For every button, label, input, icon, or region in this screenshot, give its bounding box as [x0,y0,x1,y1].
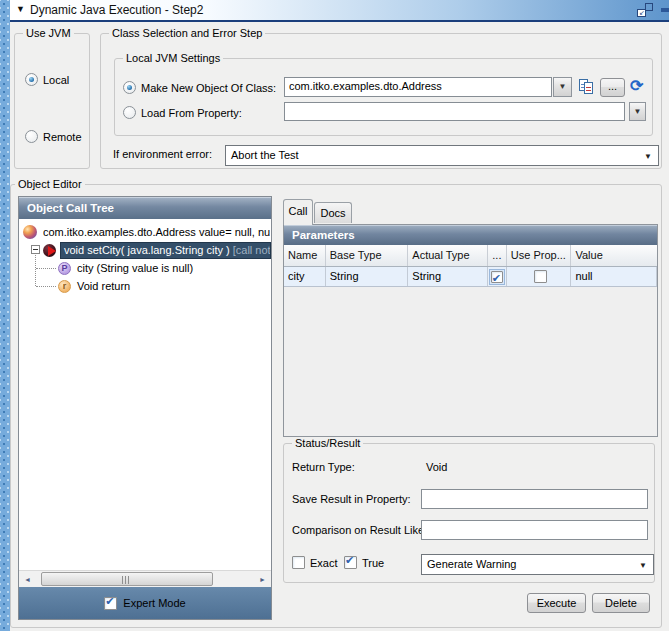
parameter-icon: P [58,262,71,275]
expander-icon[interactable] [31,245,40,254]
col-use-prop: Use Prop... [507,245,572,266]
object-call-tree: com.itko.examples.dto.Address value= nul… [19,219,271,572]
parameters-table: Parameters Name Base Type Actual Type ..… [283,224,658,437]
local-jvm-settings-group: Local JVM Settings [114,58,653,136]
col-actual-type: Actual Type [408,245,488,266]
load-from-property-label[interactable]: Load From Property: [141,107,242,119]
tab-call[interactable]: Call [283,199,313,225]
col-name: Name [284,245,326,266]
scroll-left-icon[interactable]: ◄ [19,571,36,588]
true-option: True [344,556,384,569]
desktop-background [0,0,10,631]
partial-edge-icon [661,8,669,12]
remote-radio[interactable] [25,130,38,143]
true-label[interactable]: True [362,557,384,569]
local-radio-label[interactable]: Local [43,74,69,86]
tree-method-node[interactable]: void setCity( java.lang.String city ) [c… [43,241,271,259]
window-title: Dynamic Java Execution - Step2 [30,3,203,17]
use-jvm-group: Use JVM Local Remote [14,33,90,169]
exact-option: Exact [292,556,338,569]
warning-dropdown-icon: ▼ [639,561,647,570]
scroll-right-icon[interactable]: ► [254,571,271,588]
class-selection-group: Class Selection and Error Step Local JVM… [100,33,662,169]
row-checkbox-checked[interactable] [491,271,503,283]
cell-ellipsis-checkbox [488,267,507,286]
warning-combobox[interactable]: Generate Warning ▼ [421,554,654,575]
local-jvm-settings-label: Local JVM Settings [123,52,223,64]
cell-value[interactable]: null [571,267,657,286]
return-type-value: Void [426,461,447,473]
delete-button[interactable]: Delete [592,593,650,613]
class-name-dropdown-button[interactable]: ▼ [553,77,572,97]
make-new-object-radio[interactable] [123,81,136,94]
call-note: [call not [233,244,271,256]
load-from-dropdown-button[interactable]: ▼ [629,102,646,121]
parameters-header: Parameters [284,225,657,245]
title-bar: ▼ Dynamic Java Execution - Step2 ↙ [10,0,669,22]
col-ellipsis: ... [488,245,507,266]
refresh-icon[interactable]: ⟳ [630,78,643,94]
expert-mode-bar: Expert Mode [19,587,271,619]
tree-horizontal-scrollbar[interactable]: ◄ ► [19,570,271,587]
object-call-tree-header: Object Call Tree [19,197,271,219]
col-base-type: Base Type [326,245,409,266]
cell-actual-type[interactable]: String [408,267,488,286]
tree-return-node[interactable]: r Void return [58,277,271,295]
class-name-combobox[interactable]: com.itko.examples.dto.Address [284,77,552,97]
local-radio[interactable] [25,73,38,86]
execute-button[interactable]: Execute [527,593,586,613]
dynamic-java-execution-dialog: ▼ Dynamic Java Execution - Step2 ↙ Use J… [0,0,669,631]
browse-class-button[interactable]: ... [600,78,625,97]
status-result-group: Status/Result Return Type: Void Save Res… [283,443,655,583]
exact-checkbox[interactable] [292,556,305,569]
table-row: city String String null [284,267,657,287]
object-icon [23,225,37,239]
copy-class-icon[interactable] [578,79,594,95]
tree-method-selected: void setCity( java.lang.String city ) [c… [60,242,271,259]
comparison-label: Comparison on Result Like: [292,524,427,536]
tree-param-node[interactable]: P city (String value is null) [58,259,271,277]
tab-docs[interactable]: Docs [314,202,352,223]
exact-label[interactable]: Exact [310,557,338,569]
col-value: Value [571,245,657,266]
tree-param-label: city (String value is null) [77,262,193,274]
object-editor-label: Object Editor [15,178,85,190]
env-error-label: If environment error: [113,148,212,160]
expert-mode-label[interactable]: Expert Mode [123,597,185,609]
tree-root-label: com.itko.examples.dto.Address value= nul… [43,226,270,238]
env-error-combobox[interactable]: Abort the Test ▼ [225,145,659,166]
row-checkbox-unchecked[interactable] [534,270,547,283]
true-checkbox[interactable] [344,556,357,569]
collapse-icon[interactable]: ▼ [16,4,25,14]
parameters-column-headers: Name Base Type Actual Type ... Use Prop.… [284,245,657,267]
load-from-property-combobox[interactable] [284,102,625,121]
comparison-input[interactable] [421,520,648,540]
object-call-tree-panel: Object Call Tree com.itko.examples.dto.A… [18,196,272,620]
return-icon: r [58,280,71,293]
use-jvm-group-label: Use JVM [23,27,74,39]
class-selection-group-label: Class Selection and Error Step [109,27,265,39]
cell-base-type[interactable]: String [326,267,409,286]
restore-window-icon[interactable]: ↙ [637,3,653,17]
status-result-label: Status/Result [292,437,363,449]
remote-radio-label[interactable]: Remote [43,131,82,143]
tree-return-label: Void return [77,280,130,292]
env-error-dropdown-icon: ▼ [644,152,652,161]
scrollbar-thumb[interactable] [41,572,213,586]
expert-mode-checkbox[interactable] [104,597,117,610]
cell-name[interactable]: city [284,267,326,286]
tree-root-node[interactable]: com.itko.examples.dto.Address value= nul… [23,223,271,241]
load-from-property-radio[interactable] [123,106,136,119]
save-result-label: Save Result in Property: [292,493,411,505]
cell-use-prop-checkbox [507,267,572,286]
save-result-input[interactable] [421,489,648,509]
method-icon [43,244,56,257]
return-type-label: Return Type: [292,461,355,473]
make-new-object-label[interactable]: Make New Object Of Class: [141,82,276,94]
